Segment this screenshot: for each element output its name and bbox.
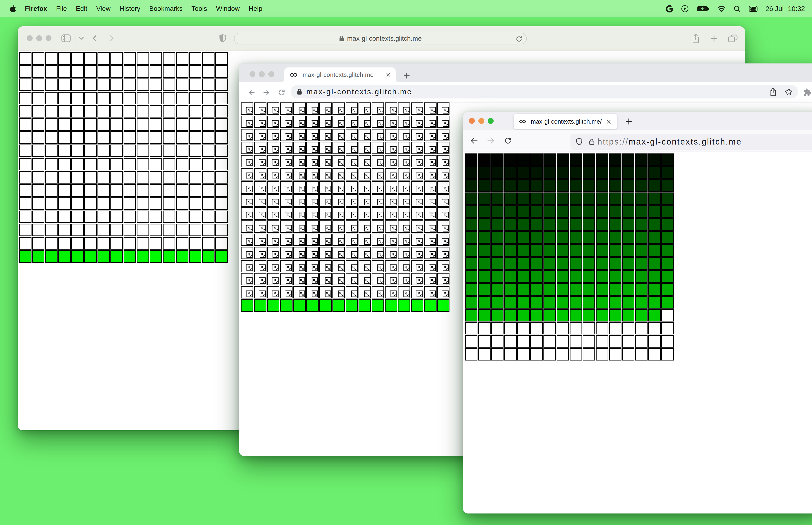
battery-charging-icon[interactable] [696,6,709,12]
canvas-cell [609,283,622,296]
reload-icon[interactable] [504,137,512,145]
canvas-cell [293,142,306,154]
canvas-cell [424,273,436,285]
minimize-button[interactable] [478,118,484,124]
control-center-icon[interactable] [749,6,757,12]
close-button[interactable] [27,35,33,41]
broken-image-icon [272,159,279,166]
zoom-button[interactable] [268,71,274,77]
chrome-active-tab[interactable]: max-gl-contexts.glitch.me [284,68,396,82]
canvas-cell [254,142,266,154]
firefox-active-tab[interactable]: max-gl-contexts.glitch.me/ [514,114,617,129]
menu-item-file[interactable]: File [56,5,67,13]
menu-item-tools[interactable]: Tools [191,5,207,13]
canvas-cell [543,179,556,192]
broken-image-icon [390,251,397,258]
close-button[interactable] [249,71,256,77]
new-tab-plus-icon[interactable] [710,35,718,42]
canvas-cell [478,231,491,244]
reload-icon[interactable] [278,89,285,96]
reload-icon[interactable] [516,35,523,43]
canvas-cell [241,103,253,115]
privacy-shield-icon[interactable] [219,34,226,43]
canvas-cell [635,218,647,231]
firefox-url-bar[interactable]: https://max-gl-contexts.glitch.me [570,134,812,150]
broken-image-icon [390,172,397,179]
lock-icon[interactable] [589,138,595,146]
menu-item-bookmarks[interactable]: Bookmarks [149,5,183,13]
canvas-cell [124,211,136,223]
menu-item-window[interactable]: Window [216,5,240,13]
canvas-cell [241,286,253,298]
share-icon[interactable] [691,33,700,44]
broken-image-icon [390,159,397,166]
broken-image-icon [246,146,252,153]
menu-app-name[interactable]: Firefox [25,5,47,13]
canvas-cell [385,207,397,220]
broken-image-icon [286,146,292,153]
forward-button[interactable] [263,89,270,96]
tracking-shield-icon[interactable] [576,138,583,146]
menu-item-view[interactable]: View [96,5,111,13]
broken-image-icon [338,186,344,192]
back-button[interactable] [92,35,96,42]
canvas-cell [530,322,543,334]
broken-image-icon [311,290,318,297]
menubar-clock[interactable]: 26 Jul 10:32 [765,5,805,13]
canvas-cell [358,129,371,141]
canvas-cell [45,105,58,118]
broken-image-icon [351,212,357,218]
tab-overview-icon[interactable] [728,34,737,43]
search-icon[interactable] [734,5,741,13]
new-tab-plus-icon[interactable] [626,118,632,125]
broken-image-icon [286,133,292,140]
play-circle-icon[interactable] [681,5,689,13]
back-button[interactable] [248,89,256,96]
canvas-cell [437,103,449,115]
canvas-cell [517,309,530,321]
canvas-cell [45,118,58,131]
broken-image-icon [246,159,252,166]
wifi-icon[interactable] [718,6,725,12]
sidebar-icon[interactable] [61,34,71,42]
broken-image-icon [377,120,383,127]
canvas-cell [346,142,358,154]
canvas-cell [137,171,149,183]
canvas-cell [596,193,608,205]
zoom-button[interactable] [46,35,51,41]
sidebar-chevron-down-icon[interactable] [79,37,84,40]
minimize-button[interactable] [259,71,265,77]
tab-close-icon[interactable] [607,119,611,124]
broken-image-icon [246,225,252,231]
minimize-button[interactable] [36,35,42,41]
broken-image-icon [364,277,370,284]
forward-button[interactable] [487,137,495,145]
broken-image-icon [429,186,436,192]
extensions-puzzle-icon[interactable] [802,88,812,97]
canvas-cell [293,299,306,312]
bookmark-star-icon[interactable] [785,88,793,96]
safari-url-bar[interactable]: max-gl-contexts.glitch.me [234,33,527,44]
apple-menu-icon[interactable] [10,5,16,13]
share-icon[interactable] [769,87,777,96]
google-g-icon[interactable] [666,5,673,13]
menu-item-edit[interactable]: Edit [76,5,88,13]
broken-image-icon [272,212,279,218]
canvas-cell [635,231,647,244]
canvas-cell [424,234,436,246]
menu-item-history[interactable]: History [120,5,140,13]
zoom-button[interactable] [488,118,494,124]
canvas-cell [424,207,436,220]
menu-item-help[interactable]: Help [249,5,262,13]
canvas-cell [517,205,530,218]
chrome-url-bar[interactable]: max-gl-contexts.glitch.me [291,85,798,99]
broken-image-icon [259,265,266,271]
back-button[interactable] [470,137,478,145]
new-tab-plus-icon[interactable] [403,72,410,79]
canvas-cell [58,237,71,250]
close-button[interactable] [469,118,475,124]
canvas-cell [556,348,569,360]
tab-close-icon[interactable] [386,73,390,77]
canvas-cell [333,103,345,115]
forward-button[interactable] [110,35,114,42]
